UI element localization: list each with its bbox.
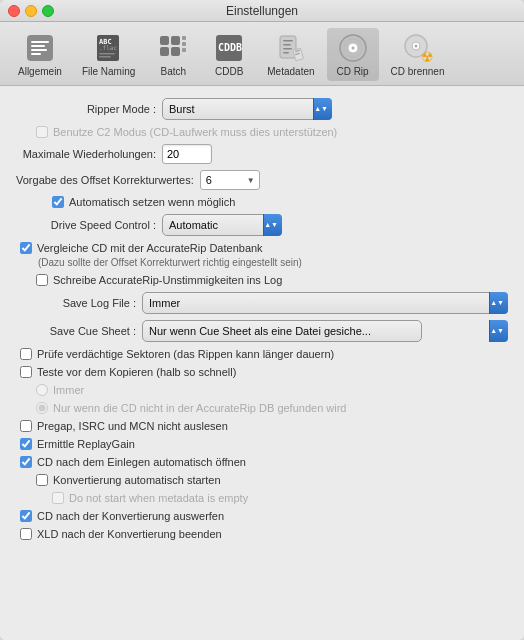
svg-rect-16 [182, 48, 186, 52]
c2-modus-row: Benutze C2 Modus (CD-Laufwerk muss dies … [16, 126, 508, 138]
vergleich-cd-label: Vergleiche CD mit der AccurateRip Datenb… [37, 242, 263, 254]
auto-setzen-checkbox[interactable] [52, 196, 64, 208]
vergleich-cd-row: Vergleiche CD mit der AccurateRip Datenb… [16, 242, 508, 254]
toolbar-label-cdburn: CD brennen [391, 66, 445, 77]
svg-rect-20 [283, 40, 293, 42]
xld-beenden-checkbox[interactable] [20, 528, 32, 540]
konversion-starten-checkbox[interactable] [36, 474, 48, 486]
svg-rect-3 [31, 49, 47, 51]
auto-oeffnen-checkbox[interactable] [20, 456, 32, 468]
metadaten-icon [275, 32, 307, 64]
svg-rect-13 [171, 47, 180, 56]
nur-wenn-label: Nur wenn die CD nicht in der AccurateRip… [53, 402, 346, 414]
vorgabe-select-wrapper: 6 0 1 [200, 170, 260, 190]
svg-text:CDDB: CDDB [218, 42, 242, 53]
do-not-start-row: Do not start when metadata is empty [16, 492, 508, 504]
drive-speed-row: Drive Speed Control : Automatic 1x 2x 4x… [16, 214, 508, 236]
minimize-button[interactable] [25, 5, 37, 17]
allgemein-icon [24, 32, 56, 64]
toolbar-item-metadaten[interactable]: Metadaten [259, 28, 322, 81]
auto-setzen-label: Automatisch setzen wenn möglich [69, 196, 235, 208]
schreibe-log-row: Schreibe AccurateRip-Unstimmigkeiten ins… [16, 274, 508, 286]
replay-gain-row: Ermittle ReplayGain [16, 438, 508, 450]
xld-beenden-label: XLD nach der Konvertierung beenden [37, 528, 222, 540]
ripper-mode-select[interactable]: Burst Secure Paranoia [162, 98, 332, 120]
max-wiederholungen-row: Maximale Wiederholungen: [16, 144, 508, 164]
batch-icon [157, 32, 189, 64]
save-cue-select[interactable]: Nur wenn Cue Sheet als eine Datei gesich… [142, 320, 422, 342]
cdrip-icon [337, 32, 369, 64]
save-log-select[interactable]: Immer Nie Nur bei Fehler [142, 292, 508, 314]
ripper-mode-select-wrapper: Burst Secure Paranoia [162, 98, 332, 120]
auto-oeffnen-row: CD nach dem Einlegen automatisch öffnen [16, 456, 508, 468]
svg-text:☢: ☢ [421, 49, 434, 64]
nur-wenn-radio[interactable] [36, 402, 48, 414]
auto-setzen-row: Automatisch setzen wenn möglich [16, 196, 508, 208]
konversion-starten-row: Konvertierung automatisch starten [16, 474, 508, 486]
do-not-start-checkbox[interactable] [52, 492, 64, 504]
svg-rect-21 [283, 44, 291, 46]
toolbar-item-filenaming[interactable]: ABC .flac File Naming [74, 28, 143, 81]
pruefe-sektoren-checkbox[interactable] [20, 348, 32, 360]
traffic-lights [8, 5, 54, 17]
toolbar-item-cdburn[interactable]: ☢ CD brennen [383, 28, 453, 81]
toolbar-label-batch: Batch [160, 66, 186, 77]
svg-rect-4 [31, 53, 41, 55]
max-wiederholungen-input[interactable] [162, 144, 212, 164]
replay-gain-label: Ermittle ReplayGain [37, 438, 135, 450]
title-bar: Einstellungen [0, 0, 524, 22]
toolbar-label-cdrip: CD Rip [336, 66, 368, 77]
svg-rect-22 [283, 48, 292, 50]
cddb-icon: CDDB [213, 32, 245, 64]
replay-gain-checkbox[interactable] [20, 438, 32, 450]
maximize-button[interactable] [42, 5, 54, 17]
immer-radio[interactable] [36, 384, 48, 396]
ripper-mode-row: Ripper Mode : Burst Secure Paranoia [16, 98, 508, 120]
svg-rect-8 [99, 53, 115, 55]
svg-rect-1 [31, 41, 49, 43]
pregap-checkbox[interactable] [20, 420, 32, 432]
filenaming-icon: ABC .flac [93, 32, 125, 64]
teste-kopieren-row: Teste vor dem Kopieren (halb so schnell) [16, 366, 508, 378]
toolbar-label-allgemein: Allgemein [18, 66, 62, 77]
nur-wenn-radio-row: Nur wenn die CD nicht in der AccurateRip… [16, 402, 508, 414]
vorgabe-select[interactable]: 6 0 1 [200, 170, 260, 190]
save-log-label: Save Log File : [16, 297, 136, 309]
vergleich-cd-note: (Dazu sollte der Offset Korrekturwert ri… [16, 257, 508, 268]
close-button[interactable] [8, 5, 20, 17]
immer-radio-row: Immer [16, 384, 508, 396]
cd-auswerfen-checkbox[interactable] [20, 510, 32, 522]
cdburn-icon: ☢ [402, 32, 434, 64]
svg-rect-15 [182, 42, 186, 46]
svg-point-29 [351, 47, 354, 50]
cd-auswerfen-label: CD nach der Konvertierung auswerfen [37, 510, 224, 522]
svg-rect-12 [160, 47, 169, 56]
cd-auswerfen-row: CD nach der Konvertierung auswerfen [16, 510, 508, 522]
teste-kopieren-checkbox[interactable] [20, 366, 32, 378]
drive-speed-label: Drive Speed Control : [16, 219, 156, 231]
ripper-mode-label: Ripper Mode : [16, 103, 156, 115]
toolbar-item-allgemein[interactable]: Allgemein [10, 28, 70, 81]
toolbar-label-cddb: CDDB [215, 66, 243, 77]
vergleich-cd-checkbox[interactable] [20, 242, 32, 254]
c2-modus-checkbox[interactable] [36, 126, 48, 138]
toolbar-item-batch[interactable]: Batch [147, 28, 199, 81]
do-not-start-label: Do not start when metadata is empty [69, 492, 248, 504]
pregap-label: Pregap, ISRC und MCN nicht auslesen [37, 420, 228, 432]
immer-label: Immer [53, 384, 84, 396]
schreibe-log-checkbox[interactable] [36, 274, 48, 286]
toolbar-item-cddb[interactable]: CDDB CDDB [203, 28, 255, 81]
save-cue-label: Save Cue Sheet : [16, 325, 136, 337]
toolbar-label-filenaming: File Naming [82, 66, 135, 77]
toolbar-item-cdrip[interactable]: CD Rip [327, 28, 379, 81]
drive-speed-select-wrapper: Automatic 1x 2x 4x Max [162, 214, 282, 236]
save-log-select-wrapper: Immer Nie Nur bei Fehler [142, 292, 508, 314]
svg-rect-9 [99, 56, 111, 58]
save-cue-row: Save Cue Sheet : Nur wenn Cue Sheet als … [16, 320, 508, 342]
drive-speed-select[interactable]: Automatic 1x 2x 4x Max [162, 214, 282, 236]
xld-beenden-row: XLD nach der Konvertierung beenden [16, 528, 508, 540]
svg-rect-10 [160, 36, 169, 45]
svg-rect-11 [171, 36, 180, 45]
svg-point-33 [414, 45, 417, 48]
svg-rect-0 [27, 35, 53, 61]
